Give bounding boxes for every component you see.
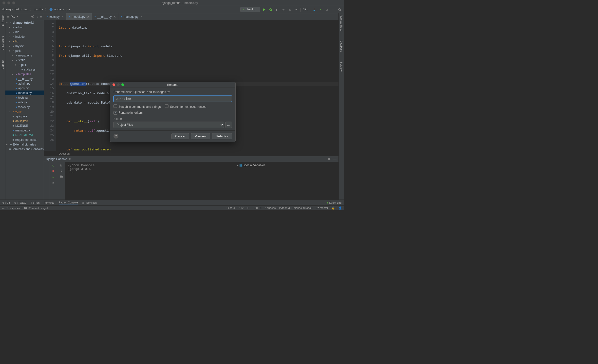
console-tab[interactable]: Django Console (46, 157, 67, 161)
tree-item[interactable]: ● models.py (5, 91, 44, 95)
gear-icon[interactable]: ✱ (40, 15, 42, 19)
tree-item[interactable]: ▸▪ admin (5, 25, 44, 30)
debug-button[interactable] (268, 7, 273, 12)
inspector-icon[interactable]: 👤 (338, 206, 342, 210)
close-icon[interactable]: × (114, 15, 116, 19)
breadcrumb-item[interactable]: polls (35, 8, 43, 11)
notification-icon[interactable]: ▭ (2, 206, 4, 210)
close-icon[interactable]: × (140, 15, 142, 19)
profile-button[interactable]: ◔ (281, 7, 286, 12)
git-history-icon[interactable]: ◷ (325, 7, 329, 12)
tree-item[interactable]: ▾▪ static (5, 58, 44, 62)
tree-item[interactable]: ■ LICENSE (5, 123, 44, 128)
scope-dropdown[interactable]: Project Files (113, 122, 224, 128)
search-comments-checkbox[interactable]: Search in comments and strings (113, 104, 161, 109)
tool-tab-project[interactable]: 1: Project (1, 15, 4, 26)
tree-item[interactable]: ▸▪ migrations (5, 53, 44, 58)
tree-item[interactable]: ■ requirements.txt (5, 137, 44, 142)
tool-window-tab[interactable]: Terminal (44, 201, 54, 204)
tool-window-tab[interactable]: Python Console (59, 201, 78, 204)
locate-icon[interactable]: ⦿ (31, 15, 34, 18)
close-icon[interactable] (2, 1, 5, 4)
tree-item[interactable]: ▸■ External Libraries (5, 142, 44, 147)
tree-item[interactable]: ▸▪ bin (5, 30, 44, 34)
tool-window-tab[interactable]: 4: Run (31, 201, 39, 204)
tree-item[interactable]: ● tests.py (5, 95, 44, 100)
tool-window-tab[interactable]: 9: Git (2, 201, 10, 204)
breadcrumb[interactable]: django_tutorial 〉 polls 〉 ⬤ models.py (2, 7, 70, 12)
gear-icon[interactable]: ✱ (328, 157, 331, 161)
variables-panel[interactable]: ▸ ▦ Special Variables (235, 162, 338, 200)
tree-item[interactable]: ● apps.py (5, 86, 44, 91)
tree-item[interactable]: ▾▪ polls (5, 48, 44, 53)
tree-item[interactable]: ● admin.py (5, 81, 44, 86)
tree-item[interactable]: ● views.py (5, 105, 44, 109)
tree-item[interactable]: ● manage.py (5, 128, 44, 133)
run-config-dropdown[interactable]: ✔ Test: (240, 7, 260, 12)
tree-item[interactable]: ■ .gitignore (5, 114, 44, 119)
output-icon[interactable]: ⎙ (60, 164, 62, 167)
collapse-icon[interactable]: ↕ (36, 15, 38, 18)
tool-tab-sciview[interactable]: SciView (340, 62, 343, 72)
tool-tab-structure[interactable]: 7: Structure (1, 36, 4, 50)
breadcrumb-item[interactable]: django_tutorial (2, 8, 29, 11)
maximize-icon[interactable] (12, 1, 15, 4)
lock-icon[interactable]: 🔒 (332, 206, 335, 210)
close-icon[interactable]: × (69, 157, 71, 161)
tree-item[interactable]: ▾▪ polls (5, 62, 44, 67)
tool-tab-remote[interactable]: Remote Host (340, 15, 343, 31)
minimize-icon[interactable] (7, 1, 10, 4)
tool-tab-database[interactable]: Database (340, 40, 343, 52)
git-rollback-icon[interactable]: ↶ (331, 7, 336, 12)
editor-crumb-bar[interactable]: Question (44, 151, 338, 156)
attach-button[interactable]: ⇲ (288, 7, 292, 12)
stop-button[interactable]: ■ (294, 7, 299, 12)
rename-input[interactable] (113, 96, 232, 102)
git-commit-icon[interactable]: ✓ (318, 7, 323, 12)
tree-item[interactable]: ▸▪ include (5, 34, 44, 39)
editor-tab[interactable]: ●manage.py× (118, 13, 145, 20)
tree-item[interactable]: ● urls.py (5, 100, 44, 105)
editor-tab[interactable]: ●__init__.py× (92, 13, 118, 20)
tree-item[interactable]: ■ Scratches and Consoles (5, 147, 44, 151)
tree-item[interactable]: ▾▪ django_tutorial (5, 20, 44, 25)
tree-item[interactable]: ▸▪ lib (5, 39, 44, 44)
more-icon[interactable]: » (52, 181, 54, 185)
tree-item[interactable]: ■ README.md (5, 133, 44, 137)
tree-item[interactable]: ▸▪ mysite (5, 44, 44, 48)
tree-item[interactable]: ● __init__.py (5, 76, 44, 81)
tree-item[interactable]: ▸▪ templates (5, 72, 44, 76)
editor-tab[interactable]: ●models.py× (66, 13, 92, 20)
hide-icon[interactable]: — (333, 157, 336, 161)
close-icon[interactable]: × (87, 15, 89, 19)
panel-title[interactable]: P... (11, 15, 15, 18)
run-icon[interactable]: ▸ (52, 175, 54, 179)
print-icon[interactable]: 🖶 (60, 175, 63, 179)
help-button[interactable]: ? (113, 134, 118, 139)
run-button[interactable] (262, 7, 266, 12)
close-icon[interactable]: × (61, 15, 63, 19)
git-update-icon[interactable]: ⤓ (312, 7, 316, 12)
tree-item[interactable]: ■ style.css (5, 67, 44, 72)
console-output[interactable]: Python Console Django 3.0.6 >>> (65, 162, 235, 200)
project-tree[interactable]: ▾▪ django_tutorial▸▪ admin▸▪ bin▸▪ inclu… (5, 20, 44, 200)
search-icon[interactable] (337, 7, 342, 12)
event-log[interactable]: ● Event Log (327, 201, 341, 204)
rename-inheritors-checkbox[interactable]: Rename inheritors (113, 111, 143, 115)
coverage-button[interactable]: ◧ (275, 7, 279, 12)
tree-item[interactable]: ■ db.sqlite3 (5, 119, 44, 123)
breadcrumb-item[interactable]: models.py (54, 8, 70, 11)
refactor-button[interactable]: Refactor (212, 133, 232, 139)
tool-tab-commit[interactable]: Commit (1, 60, 4, 69)
stop-icon[interactable]: ■ (52, 169, 54, 173)
tree-item[interactable]: ▸▪ venv (5, 109, 44, 114)
preview-button[interactable]: Preview (191, 133, 210, 139)
tool-window-tab[interactable]: 6: TODO (14, 201, 26, 204)
tool-window-tab[interactable]: 8: Services (82, 201, 97, 204)
rerun-icon[interactable]: ↻ (52, 164, 54, 167)
download-icon[interactable]: ⭳ (60, 169, 63, 173)
cancel-button[interactable]: Cancel (171, 133, 189, 139)
editor-tab[interactable]: ●tests.py× (44, 13, 66, 20)
scope-ellipsis-button[interactable]: … (225, 122, 232, 128)
search-text-checkbox[interactable]: Search for text occurrences (165, 104, 206, 109)
